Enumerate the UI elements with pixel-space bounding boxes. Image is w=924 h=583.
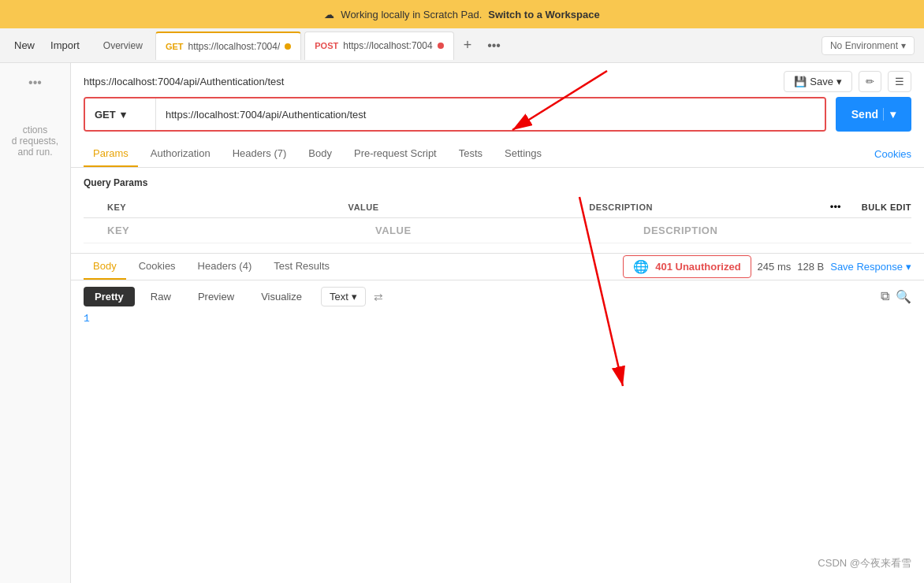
overview-tab[interactable]: Overview [94,32,152,60]
method-selector[interactable]: GET ▾ [85,98,156,130]
url-input[interactable] [156,98,825,130]
format-visualize-button[interactable]: Visualize [250,287,313,306]
search-icon[interactable]: 🔍 [896,289,911,304]
response-tabs-row: Body Cookies Headers (4) Test Results 🌐 … [71,254,924,280]
scratch-pad-banner: ☁ Working locally in Scratch Pad. Switch… [0,0,924,28]
resp-tab-cookies[interactable]: Cookies [129,254,185,280]
save-icon: 💾 [794,76,807,87]
comment-icon-button[interactable]: ☰ [888,71,911,92]
import-button[interactable]: Import [46,36,84,54]
save-label: Save [810,76,833,87]
environment-selector[interactable]: No Environment ▾ [822,36,915,55]
save-response-button[interactable]: Save Response ▾ [830,261,911,273]
get-method-label: GET [166,42,184,51]
query-params-section: Query Params KEY VALUE DESCRIPTION ••• B… [71,168,924,253]
status-code: 401 Unauthorized [655,261,740,273]
response-time: 245 ms [758,261,792,273]
text-format-dropdown[interactable]: Text ▾ [321,287,366,306]
resp-tab-body[interactable]: Body [84,254,126,280]
resp-tab-test-results[interactable]: Test Results [264,254,339,280]
send-button[interactable]: Send ▾ [836,97,911,132]
format-raw-button[interactable]: Raw [140,287,182,306]
tab-params[interactable]: Params [84,141,138,167]
copy-icon[interactable]: ⧉ [881,289,889,304]
format-pretty-button[interactable]: Pretty [84,287,135,306]
post-request-tab[interactable]: POST https://localhost:7004 [304,32,453,60]
csdn-watermark: CSDN @今夜来看雪 [818,556,911,570]
sidebar: ••• ctions d requests, and run. [0,63,71,583]
text-chevron-icon: ▾ [352,291,357,303]
post-tab-dot [438,43,444,49]
get-tab-url: https://localhost:7004/ [188,41,281,52]
response-status-area: 🌐 401 Unauthorized 245 ms 128 B Save Res… [623,255,911,278]
save-response-label: Save Response [830,261,903,273]
response-section: Body Cookies Headers (4) Test Results 🌐 … [71,253,924,583]
post-tab-url: https://localhost:7004 [343,40,432,51]
cloud-icon: ☁ [324,9,334,20]
chevron-down-icon: ▾ [901,40,906,51]
add-tab-button[interactable]: + [457,37,479,54]
tab-authorization[interactable]: Authorization [141,141,220,167]
breadcrumb-url: https://localhost:7004/api/Authenticatio… [84,76,284,87]
save-response-chevron-icon: ▾ [906,261,911,273]
params-empty-row: Key Value Description [84,218,911,243]
overview-tab-label: Overview [103,40,143,51]
post-method-label: POST [315,41,338,50]
response-size: 128 B [797,261,824,273]
request-box: GET ▾ [84,97,826,132]
response-body-content: 1 [71,313,924,583]
tab-settings[interactable]: Settings [495,141,551,167]
value-placeholder[interactable]: Value [375,225,643,236]
tab-headers[interactable]: Headers (7) [223,141,296,167]
key-placeholder[interactable]: Key [107,225,375,236]
send-label: Send [851,108,878,121]
wrap-lines-icon[interactable]: ⇄ [374,291,383,303]
request-panel: https://localhost:7004/api/Authenticatio… [71,63,924,583]
desc-placeholder[interactable]: Description [643,225,911,236]
cookies-link[interactable]: Cookies [874,148,911,160]
col-value-header: VALUE [348,202,590,212]
globe-icon: 🌐 [633,259,649,274]
env-label: No Environment [830,40,898,51]
method-label: GET [95,109,116,121]
col-desc-header: DESCRIPTION [589,202,830,212]
switch-workspace-link[interactable]: Switch to a Workspace [488,9,599,20]
request-tabs: Params Authorization Headers (7) Body Pr… [71,141,924,168]
tab-tests[interactable]: Tests [449,141,492,167]
query-params-label: Query Params [84,177,911,188]
method-chevron-icon: ▾ [121,109,126,121]
sidebar-more-button[interactable]: ••• [25,72,45,93]
sidebar-hint: ctions d requests, and run. [4,124,66,158]
tab-body[interactable]: Body [299,141,341,167]
format-preview-button[interactable]: Preview [187,287,245,306]
tab-more-button[interactable]: ••• [481,39,507,53]
get-tab-dot [285,43,291,50]
banner-text: Working locally in Scratch Pad. [341,9,482,20]
get-request-tab[interactable]: GET https://localhost:7004/ [155,32,301,60]
tab-bar: New Import Overview GET https://localhos… [0,28,924,63]
send-chevron-icon: ▾ [883,108,896,121]
response-format-bar: Pretty Raw Preview Visualize Text ▾ ⇄ ⧉ … [71,280,924,313]
status-badge: 🌐 401 Unauthorized [623,255,751,278]
request-input-row: GET ▾ Send ▾ [84,97,911,132]
resp-tab-headers[interactable]: Headers (4) [188,254,262,280]
params-table-header: KEY VALUE DESCRIPTION ••• Bulk Edit [84,196,911,218]
col-bulk-header[interactable]: Bulk Edit [862,202,911,212]
line-1-number: 1 [84,313,90,325]
save-button[interactable]: 💾 Save ▾ [784,71,852,92]
text-format-label: Text [330,291,348,303]
edit-icon-button[interactable]: ✏ [859,71,881,92]
save-chevron-icon: ▾ [836,76,842,87]
breadcrumb-actions: 💾 Save ▾ ✏ ☰ [784,71,911,92]
tab-pre-request[interactable]: Pre-request Script [345,141,446,167]
format-right-actions: ⧉ 🔍 [881,289,911,304]
main-content: ••• ctions d requests, and run. https://… [0,63,924,583]
url-breadcrumb-row: https://localhost:7004/api/Authenticatio… [71,63,924,97]
new-tab-button[interactable]: New [9,36,39,54]
col-key-header: KEY [107,202,348,212]
